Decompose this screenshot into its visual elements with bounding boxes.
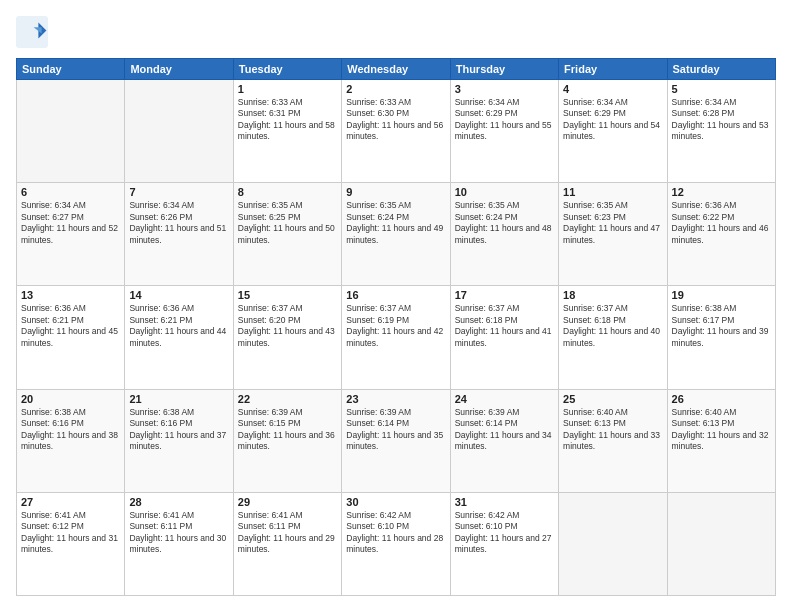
day-number: 21 bbox=[129, 393, 228, 405]
day-info: Sunrise: 6:33 AM Sunset: 6:31 PM Dayligh… bbox=[238, 97, 337, 143]
calendar-cell: 27Sunrise: 6:41 AM Sunset: 6:12 PM Dayli… bbox=[17, 492, 125, 595]
day-info: Sunrise: 6:34 AM Sunset: 6:27 PM Dayligh… bbox=[21, 200, 120, 246]
calendar-cell: 28Sunrise: 6:41 AM Sunset: 6:11 PM Dayli… bbox=[125, 492, 233, 595]
calendar-table: SundayMondayTuesdayWednesdayThursdayFrid… bbox=[16, 58, 776, 596]
page: SundayMondayTuesdayWednesdayThursdayFrid… bbox=[0, 0, 792, 612]
day-number: 9 bbox=[346, 186, 445, 198]
day-info: Sunrise: 6:35 AM Sunset: 6:23 PM Dayligh… bbox=[563, 200, 662, 246]
day-number: 8 bbox=[238, 186, 337, 198]
day-number: 16 bbox=[346, 289, 445, 301]
day-info: Sunrise: 6:36 AM Sunset: 6:21 PM Dayligh… bbox=[129, 303, 228, 349]
calendar-cell: 6Sunrise: 6:34 AM Sunset: 6:27 PM Daylig… bbox=[17, 183, 125, 286]
calendar-cell: 29Sunrise: 6:41 AM Sunset: 6:11 PM Dayli… bbox=[233, 492, 341, 595]
calendar-cell: 3Sunrise: 6:34 AM Sunset: 6:29 PM Daylig… bbox=[450, 80, 558, 183]
day-number: 30 bbox=[346, 496, 445, 508]
day-number: 25 bbox=[563, 393, 662, 405]
day-number: 28 bbox=[129, 496, 228, 508]
calendar-cell: 11Sunrise: 6:35 AM Sunset: 6:23 PM Dayli… bbox=[559, 183, 667, 286]
day-number: 24 bbox=[455, 393, 554, 405]
day-number: 15 bbox=[238, 289, 337, 301]
day-info: Sunrise: 6:34 AM Sunset: 6:29 PM Dayligh… bbox=[455, 97, 554, 143]
day-number: 5 bbox=[672, 83, 771, 95]
day-info: Sunrise: 6:35 AM Sunset: 6:25 PM Dayligh… bbox=[238, 200, 337, 246]
weekday-header-saturday: Saturday bbox=[667, 59, 775, 80]
day-number: 22 bbox=[238, 393, 337, 405]
day-number: 26 bbox=[672, 393, 771, 405]
week-row-5: 27Sunrise: 6:41 AM Sunset: 6:12 PM Dayli… bbox=[17, 492, 776, 595]
calendar-cell bbox=[125, 80, 233, 183]
calendar-cell: 17Sunrise: 6:37 AM Sunset: 6:18 PM Dayli… bbox=[450, 286, 558, 389]
week-row-2: 6Sunrise: 6:34 AM Sunset: 6:27 PM Daylig… bbox=[17, 183, 776, 286]
day-info: Sunrise: 6:37 AM Sunset: 6:18 PM Dayligh… bbox=[455, 303, 554, 349]
weekday-header-monday: Monday bbox=[125, 59, 233, 80]
day-number: 12 bbox=[672, 186, 771, 198]
calendar-cell: 19Sunrise: 6:38 AM Sunset: 6:17 PM Dayli… bbox=[667, 286, 775, 389]
weekday-header-sunday: Sunday bbox=[17, 59, 125, 80]
calendar-cell bbox=[17, 80, 125, 183]
calendar-cell: 8Sunrise: 6:35 AM Sunset: 6:25 PM Daylig… bbox=[233, 183, 341, 286]
day-info: Sunrise: 6:39 AM Sunset: 6:14 PM Dayligh… bbox=[346, 407, 445, 453]
day-info: Sunrise: 6:34 AM Sunset: 6:28 PM Dayligh… bbox=[672, 97, 771, 143]
calendar-cell: 4Sunrise: 6:34 AM Sunset: 6:29 PM Daylig… bbox=[559, 80, 667, 183]
day-number: 13 bbox=[21, 289, 120, 301]
day-info: Sunrise: 6:35 AM Sunset: 6:24 PM Dayligh… bbox=[346, 200, 445, 246]
day-number: 1 bbox=[238, 83, 337, 95]
day-info: Sunrise: 6:38 AM Sunset: 6:17 PM Dayligh… bbox=[672, 303, 771, 349]
day-number: 18 bbox=[563, 289, 662, 301]
calendar-cell: 24Sunrise: 6:39 AM Sunset: 6:14 PM Dayli… bbox=[450, 389, 558, 492]
day-info: Sunrise: 6:39 AM Sunset: 6:14 PM Dayligh… bbox=[455, 407, 554, 453]
day-info: Sunrise: 6:41 AM Sunset: 6:12 PM Dayligh… bbox=[21, 510, 120, 556]
day-number: 2 bbox=[346, 83, 445, 95]
calendar-cell: 31Sunrise: 6:42 AM Sunset: 6:10 PM Dayli… bbox=[450, 492, 558, 595]
calendar-cell: 5Sunrise: 6:34 AM Sunset: 6:28 PM Daylig… bbox=[667, 80, 775, 183]
weekday-header-row: SundayMondayTuesdayWednesdayThursdayFrid… bbox=[17, 59, 776, 80]
day-number: 20 bbox=[21, 393, 120, 405]
header bbox=[16, 16, 776, 48]
day-number: 23 bbox=[346, 393, 445, 405]
day-info: Sunrise: 6:40 AM Sunset: 6:13 PM Dayligh… bbox=[563, 407, 662, 453]
day-info: Sunrise: 6:39 AM Sunset: 6:15 PM Dayligh… bbox=[238, 407, 337, 453]
day-number: 31 bbox=[455, 496, 554, 508]
day-info: Sunrise: 6:37 AM Sunset: 6:19 PM Dayligh… bbox=[346, 303, 445, 349]
calendar-cell: 1Sunrise: 6:33 AM Sunset: 6:31 PM Daylig… bbox=[233, 80, 341, 183]
calendar-cell: 21Sunrise: 6:38 AM Sunset: 6:16 PM Dayli… bbox=[125, 389, 233, 492]
day-info: Sunrise: 6:33 AM Sunset: 6:30 PM Dayligh… bbox=[346, 97, 445, 143]
calendar-cell: 9Sunrise: 6:35 AM Sunset: 6:24 PM Daylig… bbox=[342, 183, 450, 286]
day-info: Sunrise: 6:34 AM Sunset: 6:26 PM Dayligh… bbox=[129, 200, 228, 246]
day-info: Sunrise: 6:38 AM Sunset: 6:16 PM Dayligh… bbox=[21, 407, 120, 453]
day-number: 19 bbox=[672, 289, 771, 301]
day-number: 17 bbox=[455, 289, 554, 301]
day-number: 11 bbox=[563, 186, 662, 198]
weekday-header-wednesday: Wednesday bbox=[342, 59, 450, 80]
day-number: 4 bbox=[563, 83, 662, 95]
calendar-cell: 20Sunrise: 6:38 AM Sunset: 6:16 PM Dayli… bbox=[17, 389, 125, 492]
logo bbox=[16, 16, 52, 48]
calendar-cell: 14Sunrise: 6:36 AM Sunset: 6:21 PM Dayli… bbox=[125, 286, 233, 389]
weekday-header-tuesday: Tuesday bbox=[233, 59, 341, 80]
calendar-cell: 10Sunrise: 6:35 AM Sunset: 6:24 PM Dayli… bbox=[450, 183, 558, 286]
calendar-cell bbox=[667, 492, 775, 595]
day-info: Sunrise: 6:40 AM Sunset: 6:13 PM Dayligh… bbox=[672, 407, 771, 453]
calendar-cell: 15Sunrise: 6:37 AM Sunset: 6:20 PM Dayli… bbox=[233, 286, 341, 389]
day-number: 6 bbox=[21, 186, 120, 198]
day-info: Sunrise: 6:38 AM Sunset: 6:16 PM Dayligh… bbox=[129, 407, 228, 453]
week-row-1: 1Sunrise: 6:33 AM Sunset: 6:31 PM Daylig… bbox=[17, 80, 776, 183]
day-info: Sunrise: 6:36 AM Sunset: 6:21 PM Dayligh… bbox=[21, 303, 120, 349]
day-number: 7 bbox=[129, 186, 228, 198]
calendar-cell: 12Sunrise: 6:36 AM Sunset: 6:22 PM Dayli… bbox=[667, 183, 775, 286]
logo-icon bbox=[16, 16, 48, 48]
day-info: Sunrise: 6:37 AM Sunset: 6:20 PM Dayligh… bbox=[238, 303, 337, 349]
day-info: Sunrise: 6:42 AM Sunset: 6:10 PM Dayligh… bbox=[455, 510, 554, 556]
day-number: 27 bbox=[21, 496, 120, 508]
calendar-cell: 2Sunrise: 6:33 AM Sunset: 6:30 PM Daylig… bbox=[342, 80, 450, 183]
day-number: 14 bbox=[129, 289, 228, 301]
calendar-cell: 25Sunrise: 6:40 AM Sunset: 6:13 PM Dayli… bbox=[559, 389, 667, 492]
day-number: 29 bbox=[238, 496, 337, 508]
day-info: Sunrise: 6:37 AM Sunset: 6:18 PM Dayligh… bbox=[563, 303, 662, 349]
calendar-cell: 23Sunrise: 6:39 AM Sunset: 6:14 PM Dayli… bbox=[342, 389, 450, 492]
calendar-cell: 18Sunrise: 6:37 AM Sunset: 6:18 PM Dayli… bbox=[559, 286, 667, 389]
week-row-3: 13Sunrise: 6:36 AM Sunset: 6:21 PM Dayli… bbox=[17, 286, 776, 389]
calendar-cell bbox=[559, 492, 667, 595]
weekday-header-thursday: Thursday bbox=[450, 59, 558, 80]
calendar-cell: 7Sunrise: 6:34 AM Sunset: 6:26 PM Daylig… bbox=[125, 183, 233, 286]
